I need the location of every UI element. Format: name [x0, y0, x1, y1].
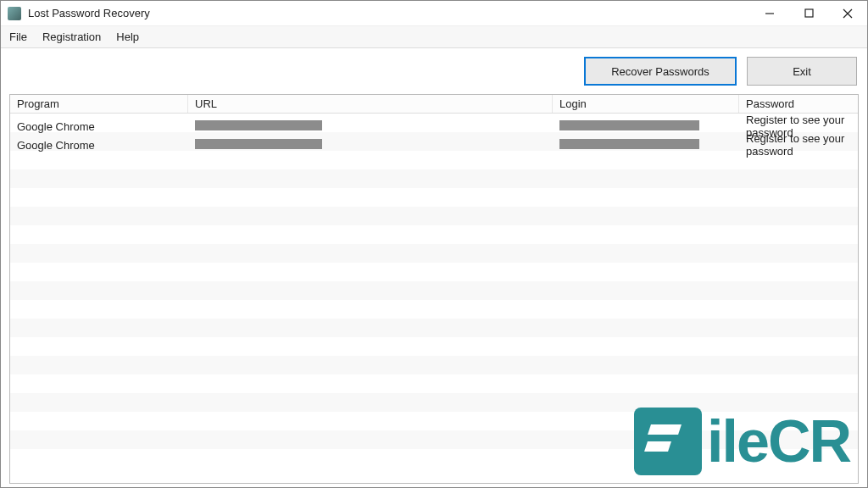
- recover-passwords-button[interactable]: Recover Passwords: [584, 57, 737, 86]
- cell-password: Register to see your password: [739, 132, 858, 158]
- table-row: [10, 244, 858, 263]
- titlebar: Lost Password Recovery: [1, 1, 867, 26]
- table-row: [10, 356, 858, 374]
- cell-login: [553, 139, 739, 152]
- app-icon: [8, 7, 21, 20]
- redacted-bar: [195, 139, 322, 149]
- redacted-bar: [195, 120, 322, 130]
- grid-header: Program URL Login Password: [10, 95, 858, 114]
- maximize-button[interactable]: [789, 1, 828, 25]
- window-controls: [750, 1, 867, 25]
- minimize-button[interactable]: [750, 1, 789, 25]
- table-row: [10, 300, 858, 319]
- close-button[interactable]: [828, 1, 867, 25]
- maximize-icon: [804, 8, 814, 18]
- watermark-text: ileCR: [707, 415, 850, 469]
- redacted-bar: [559, 120, 699, 130]
- cell-login: [553, 120, 739, 133]
- table-row: [10, 319, 858, 337]
- filecr-icon: [634, 408, 702, 475]
- table-row: [10, 169, 858, 188]
- menubar: File Registration Help: [1, 26, 867, 48]
- exit-button[interactable]: Exit: [747, 57, 857, 86]
- col-header-url[interactable]: URL: [188, 95, 553, 113]
- table-row: [10, 225, 858, 244]
- grid-body: Google Chrome Register to see your passw…: [10, 114, 858, 449]
- close-icon: [843, 8, 853, 19]
- cell-program: Google Chrome: [10, 139, 188, 152]
- table-row: [10, 188, 858, 207]
- table-row: [10, 151, 858, 169]
- table-row[interactable]: Google Chrome Register to see your passw…: [10, 132, 858, 151]
- window-title: Lost Password Recovery: [28, 7, 150, 19]
- toolbar: Recover Passwords Exit: [1, 48, 867, 94]
- table-row: [10, 337, 858, 356]
- table-row: [10, 263, 858, 281]
- redacted-bar: [559, 139, 699, 149]
- watermark-logo: ileCR: [634, 408, 850, 475]
- col-header-password[interactable]: Password: [739, 95, 858, 113]
- svg-rect-1: [805, 9, 813, 17]
- cell-url: [188, 120, 553, 133]
- menu-registration[interactable]: Registration: [42, 30, 101, 43]
- table-row: [10, 207, 858, 225]
- cell-url: [188, 139, 553, 152]
- table-row: [10, 374, 858, 393]
- minimize-icon: [765, 8, 775, 19]
- table-row: [10, 281, 858, 300]
- col-header-login[interactable]: Login: [553, 95, 739, 113]
- menu-help[interactable]: Help: [116, 30, 139, 43]
- col-header-program[interactable]: Program: [10, 95, 188, 113]
- menu-file[interactable]: File: [9, 30, 27, 43]
- cell-program: Google Chrome: [10, 120, 188, 133]
- table-row[interactable]: Google Chrome Register to see your passw…: [10, 114, 858, 132]
